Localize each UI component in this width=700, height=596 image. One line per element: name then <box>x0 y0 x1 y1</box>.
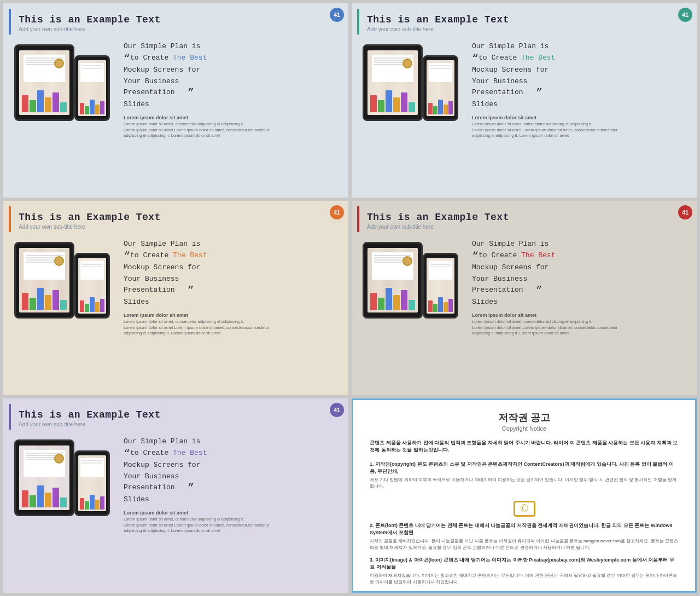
lorem-text-4: Lorem ipsum dolor sit amet, consectetur … <box>472 319 691 337</box>
slide-2-mockup <box>357 39 466 137</box>
slide-4-content: Our Simple Plan is “to Create The Best M… <box>352 234 697 395</box>
badge-1: 41 <box>330 8 344 22</box>
copyright-section-1: 콘텐츠 제품을 사용하기 전에 다음의 법적과 조항들을 자세히 읽어 주시기 … <box>370 439 679 455</box>
cs1-title: 1. 저작권(copyright) 본도 콘텐츠의 소유 및 저작권은 콘텐츠제… <box>370 461 679 475</box>
highlight-1: The Best <box>173 54 207 62</box>
slide-5-quote: Our Simple Plan is “to Create The Best M… <box>124 436 343 506</box>
copyright-title-ko: 저작권 공고 <box>498 411 550 424</box>
tablet-cup-1 <box>54 59 64 68</box>
slide-1-text: Our Simple Plan is “to Create The Best M… <box>124 39 343 139</box>
close-quote-1: ” <box>188 87 194 100</box>
slide-2-text: Our Simple Plan is “to Create The Best M… <box>472 39 691 139</box>
lorem-text-2: Lorem ipsum dolor sit amet, consectetur … <box>472 121 691 139</box>
slide-5-title: This is an Example Text <box>19 409 335 420</box>
phone-chart-1 <box>80 98 104 114</box>
badge-5: 41 <box>330 403 344 417</box>
lorem-text-5: Lorem ipsum dolor sit amet, consectetur … <box>124 517 343 534</box>
cs3-text: 이용하여 재배치었습니다. 이미지는 참고요한 재배치고 콘텐츠자는 무단입니다… <box>370 572 679 586</box>
slide-5: 41 This is an Example Text Add your own … <box>3 398 348 593</box>
slide-4-text: Our Simple Plan is “to Create The Best M… <box>472 236 691 337</box>
slide-4-quote: Our Simple Plan is “to Create The Best M… <box>472 239 691 308</box>
highlight-3: The Best <box>173 251 207 259</box>
highlight-2: The Best <box>521 54 555 62</box>
highlight-5: The Best <box>173 449 207 457</box>
slide-1: 41 This is an Example Text Add your own … <box>3 3 348 198</box>
slide-4-title: This is an Example Text <box>367 212 684 223</box>
lorem-title-3: Lorem ipsum dolor sit amet <box>124 313 343 318</box>
slide-2-quote: Our Simple Plan is “to Create The Best M… <box>472 41 691 111</box>
tablet-3 <box>14 242 74 319</box>
slide-3-text: Our Simple Plan is “to Create The Best M… <box>124 236 343 337</box>
cs3-title: 3. 이미지(Image) & 아이콘(Icon) 콘텐츠 내에 당기어는 이미… <box>370 557 679 571</box>
slide-1-mockup <box>9 39 118 137</box>
copyright-section-num3: 3. 이미지(Image) & 아이콘(Icon) 콘텐츠 내에 당기어는 이미… <box>370 557 679 586</box>
phone-4 <box>423 253 458 319</box>
badge-4: 41 <box>678 205 692 219</box>
highlight-4: The Best <box>521 251 555 259</box>
slide-3-quote: Our Simple Plan is “to Create The Best M… <box>124 239 343 308</box>
badge-2: 41 <box>678 8 692 22</box>
phone-2 <box>423 55 458 121</box>
slide-5-text: Our Simple Plan is “to Create The Best M… <box>124 434 343 534</box>
phone-3 <box>74 253 110 319</box>
slide-5-header: This is an Example Text Add your own sub… <box>9 404 343 430</box>
slide-1-quote: Our Simple Plan is “to Create The Best M… <box>124 41 343 111</box>
slide-1-content: Our Simple Plan is “to Create The Best M… <box>3 37 348 198</box>
slide-3-header: This is an Example Text Add your own sub… <box>9 206 343 232</box>
slide-3-title: This is an Example Text <box>19 212 335 223</box>
tablet-screen-1 <box>19 50 69 115</box>
slide-5-subtitle: Add your own sub-title here <box>19 421 335 427</box>
phone-5 <box>74 450 110 516</box>
lorem-title-1: Lorem ipsum dolor sit amet <box>124 115 343 120</box>
phone-screen-1 <box>78 60 106 116</box>
slide-3-content: Our Simple Plan is “to Create The Best M… <box>3 234 348 395</box>
slide-1-header: This is an Example Text Add your own sub… <box>9 9 343 34</box>
slide-2-header: This is an Example Text Add your own sub… <box>357 9 691 34</box>
copyright-c-icon: © <box>514 501 535 517</box>
slide-1-title: This is an Example Text <box>19 14 335 25</box>
badge-3: 41 <box>330 205 344 219</box>
phone-1 <box>74 55 110 121</box>
tablet-chart-1 <box>22 88 67 112</box>
slide-3-subtitle: Add your own sub-title here <box>19 224 335 230</box>
tablet-screen-2 <box>368 50 418 115</box>
slide-3: 41 This is an Example Text Add your own … <box>3 201 348 395</box>
lorem-title-4: Lorem ipsum dolor sit amet <box>472 313 691 318</box>
slide-6-copyright: 저작권 공고 Copyright Notice 콘텐츠 제품을 사용하기 전에 … <box>352 398 697 593</box>
slide-2-content: Our Simple Plan is “to Create The Best M… <box>352 37 697 198</box>
copyright-section-num1: 1. 저작권(copyright) 본도 콘텐츠의 소유 및 저작권은 콘텐츠제… <box>370 461 679 490</box>
slide-2: 41 This is an Example Text Add your own … <box>352 3 697 198</box>
slide-4-header: This is an Example Text Add your own sub… <box>357 206 691 232</box>
tablet-2 <box>363 44 423 121</box>
copyright-section-num2: 2. 폰트(font) 콘텐츠 내에 당기어는 전체 폰트는 내에서 나눔글꼴의… <box>370 522 679 551</box>
tablet-5 <box>14 439 74 516</box>
copyright-section-1-title: 콘텐츠 제품을 사용하기 전에 다음의 법적과 조항들을 자세히 읽어 주시기 … <box>370 439 679 454</box>
tablet-1 <box>14 44 74 121</box>
slide-2-subtitle: Add your own sub-title here <box>367 26 684 32</box>
lorem-title-2: Lorem ipsum dolor sit amet <box>472 115 691 120</box>
phone-paper-1 <box>80 63 104 82</box>
slide-5-content: Our Simple Plan is “to Create The Best M… <box>3 432 348 593</box>
slide-4-subtitle: Add your own sub-title here <box>367 224 684 230</box>
copyright-title-en: Copyright Notice <box>502 425 546 432</box>
lorem-text-3: Lorem ipsum dolor sit amet, consectetur … <box>124 319 343 337</box>
slide-2-title: This is an Example Text <box>367 14 684 25</box>
lorem-text-1: Lorem ipsum dolor sit amet, consectetur … <box>124 121 343 139</box>
cs1-text: 배포 기타 방법에 의하여 여부의 목적으로 이용하거나 재배치하여 이용하는 … <box>370 477 679 490</box>
lorem-title-5: Lorem ipsum dolor sit amet <box>124 510 343 516</box>
tablet-4 <box>363 242 423 319</box>
slide-1-subtitle: Add your own sub-title here <box>19 26 335 32</box>
cs2-text: 자체의 글꼴을 재배치었습니다. 폰이 나눔글꼴를 아닌 다른 폰트는 저작권이… <box>370 538 679 551</box>
slide-5-mockup <box>9 434 118 533</box>
slide-3-mockup <box>9 236 118 335</box>
slide-4: 41 This is an Example Text Add your own … <box>352 201 697 395</box>
slide-4-mockup <box>357 236 466 335</box>
cs2-title: 2. 폰트(font) 콘텐츠 내에 당기어는 전체 폰트는 내에서 나눔글꼴의… <box>370 522 679 536</box>
open-quote-1: “ <box>124 53 130 65</box>
